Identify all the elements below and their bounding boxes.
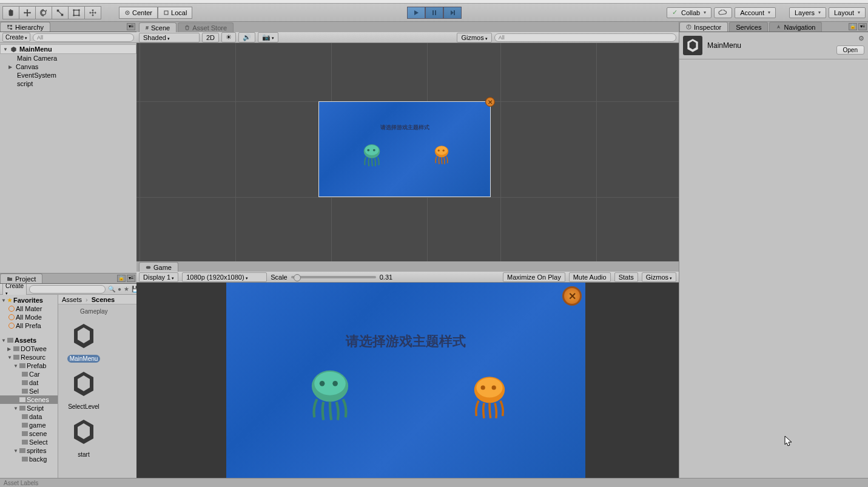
game-icon — [146, 264, 151, 270]
scene-toolbar: Shaded 2D ☀ 🔊 📷 Gizmos — [136, 32, 679, 43]
svg-point-7 — [78, 15, 80, 16]
pivot-local[interactable]: Local — [158, 7, 192, 19]
gizmos-dropdown[interactable]: Gizmos — [457, 33, 491, 42]
step-button[interactable] — [443, 7, 462, 19]
hierarchy-item[interactable]: EventSystem — [0, 71, 136, 79]
pivot-center[interactable]: Center — [119, 7, 158, 19]
hand-tool[interactable] — [2, 6, 19, 19]
game-tab[interactable]: Game — [139, 262, 178, 272]
scenes-folder[interactable]: Scenes — [0, 395, 58, 404]
services-tab[interactable]: Services — [729, 22, 768, 32]
open-button[interactable]: Open — [836, 45, 864, 55]
game-view[interactable]: ✕ 请选择游戏主题样式 — [136, 283, 679, 487]
pause-button[interactable] — [425, 7, 443, 19]
scene-asset[interactable]: start — [62, 414, 106, 458]
filter-type-icon[interactable]: ● — [118, 286, 121, 292]
scene-search[interactable] — [494, 33, 676, 42]
svg-point-33 — [332, 381, 338, 386]
scene-view[interactable]: ✕ 请选择游戏主题样式 — [136, 43, 679, 261]
layers-dropdown[interactable]: Layers — [789, 7, 826, 18]
hierarchy-item[interactable]: script — [0, 79, 136, 88]
hierarchy-tree[interactable]: ▼MainMenu Main Camera ▶Canvas EventSyste… — [0, 43, 136, 273]
inspector-panel: iInspector Services Navigation 🔒▾≡ MainM… — [679, 22, 868, 487]
star-icon: ★ — [7, 297, 12, 303]
filter-label-icon[interactable]: ★ — [124, 286, 129, 292]
svg-point-6 — [73, 15, 75, 16]
scene-asset[interactable]: MainMenu — [62, 318, 106, 363]
nav-icon — [776, 24, 781, 30]
navigation-tab[interactable]: Navigation — [769, 22, 822, 32]
asset-store-icon — [184, 25, 190, 30]
account-dropdown[interactable]: Account — [735, 7, 776, 18]
project-tab[interactable]: Project — [0, 274, 42, 283]
search-icon — [8, 306, 15, 312]
game-title-large: 请选择游戏主题样式 — [346, 332, 466, 351]
game-gizmos[interactable]: Gizmos — [642, 272, 676, 282]
maximize-toggle[interactable]: Maximize On Play — [503, 272, 565, 282]
jellyfish-orange[interactable] — [468, 374, 511, 426]
svg-rect-3 — [74, 10, 79, 15]
folder-icon — [7, 276, 13, 282]
play-button[interactable] — [407, 7, 425, 19]
shading-mode[interactable]: Shaded — [139, 33, 200, 42]
scene-tab[interactable]: #Scene — [139, 22, 177, 32]
svg-rect-17 — [10, 28, 12, 30]
svg-point-5 — [78, 9, 80, 11]
svg-rect-29 — [146, 266, 150, 269]
move-tool[interactable] — [19, 6, 36, 19]
svg-rect-16 — [10, 25, 12, 27]
close-icon[interactable]: ✕ — [485, 97, 495, 107]
rotate-tool[interactable] — [35, 6, 52, 19]
svg-point-36 — [481, 386, 485, 390]
collab-dropdown[interactable]: ✓Collab — [667, 7, 712, 18]
layout-dropdown[interactable]: Layout — [829, 7, 866, 18]
hierarchy-item[interactable]: Main Camera — [0, 54, 136, 62]
2d-toggle[interactable]: 2D — [202, 33, 219, 42]
hierarchy-item[interactable]: ▶Canvas — [0, 62, 136, 71]
jellyfish-green — [360, 143, 383, 170]
cloud-button[interactable] — [714, 7, 732, 18]
asset-store-tab[interactable]: Asset Store — [178, 22, 234, 32]
scene-root[interactable]: ▼MainMenu — [0, 44, 136, 54]
resolution-dropdown[interactable]: 1080p (1920x1080) — [182, 272, 267, 282]
svg-point-31 — [314, 372, 346, 395]
game-canvas[interactable]: ✕ 请选择游戏主题样式 — [226, 283, 585, 487]
rect-tool[interactable] — [68, 6, 85, 19]
svg-point-8 — [92, 12, 94, 13]
display-dropdown[interactable]: Display 1 — [139, 272, 178, 282]
project-search[interactable] — [29, 285, 106, 294]
panel-options[interactable]: ▾≡ — [127, 275, 135, 282]
transform-tool[interactable] — [84, 6, 101, 19]
svg-point-10 — [127, 12, 128, 13]
scale-slider[interactable] — [291, 276, 376, 278]
lighting-toggle[interactable]: ☀ — [221, 32, 236, 42]
svg-rect-14 — [454, 10, 455, 15]
panel-lock[interactable]: 🔒 — [117, 275, 126, 282]
asset-labels-bar[interactable]: Asset Labels — [0, 478, 868, 487]
scene-canvas[interactable]: ✕ 请选择游戏主题样式 — [318, 101, 491, 197]
filter-icon[interactable]: 🔍 — [108, 286, 115, 292]
scene-asset[interactable]: SelectLevel — [62, 366, 106, 411]
panel-options[interactable]: ▾≡ — [858, 23, 867, 30]
unity-scene-icon — [10, 46, 17, 53]
scale-tool[interactable] — [52, 6, 69, 19]
fx-toggle[interactable]: 📷 — [258, 32, 278, 42]
svg-line-2 — [58, 11, 61, 14]
panel-lock[interactable]: 🔒 — [849, 23, 857, 30]
hierarchy-search[interactable] — [33, 33, 134, 42]
info-icon: i — [686, 24, 691, 30]
project-tree[interactable]: ▼★Favorites All Mater All Mode All Prefa… — [0, 295, 58, 487]
hierarchy-icon — [7, 24, 13, 30]
gear-icon[interactable]: ⚙ — [858, 35, 864, 42]
hierarchy-tab[interactable]: Hierarchy — [0, 22, 50, 32]
audio-toggle[interactable]: 🔊 — [238, 32, 255, 42]
breadcrumb[interactable]: Assets›Scenes — [58, 295, 136, 304]
hierarchy-create[interactable]: Create — [2, 33, 30, 42]
mute-toggle[interactable]: Mute Audio — [569, 272, 611, 282]
panel-options[interactable]: ▾≡ — [127, 23, 135, 30]
svg-point-35 — [476, 378, 502, 397]
close-icon[interactable]: ✕ — [562, 286, 582, 306]
jellyfish-green[interactable] — [304, 368, 356, 428]
stats-toggle[interactable]: Stats — [614, 272, 638, 282]
inspector-tab[interactable]: iInspector — [679, 22, 728, 32]
